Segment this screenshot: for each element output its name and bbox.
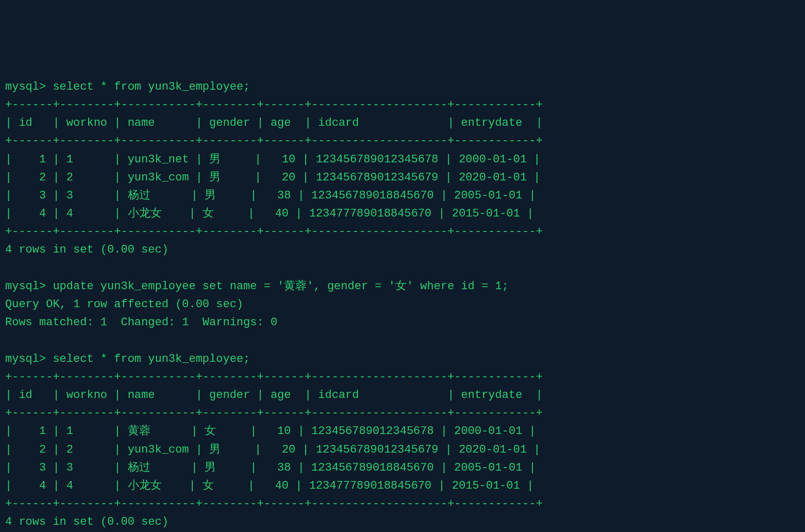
- sql-query-select1: select * from yun3k_employee;: [53, 80, 250, 93]
- table2-row-4: | 4 | 4 | 小龙女 | 女 | 40 | 123477789018845…: [5, 479, 533, 492]
- table2-row-3: | 3 | 3 | 杨过 | 男 | 38 | 1234567890188456…: [5, 461, 536, 474]
- table2-row-2: | 2 | 2 | yun3k_com | 男 | 20 | 123456789…: [5, 443, 541, 456]
- mysql-prompt: mysql>: [5, 353, 46, 365]
- table1-row-4: | 4 | 4 | 小龙女 | 女 | 40 | 123477789018845…: [5, 207, 533, 220]
- table1-row-2: | 2 | 2 | yun3k_com | 男 | 20 | 123456789…: [5, 171, 541, 184]
- table-border-top2: +------+--------+-----------+--------+--…: [5, 371, 543, 384]
- table-border-mid1: +------+--------+-----------+--------+--…: [5, 135, 543, 147]
- table-border-mid2: +------+--------+-----------+--------+--…: [5, 407, 543, 420]
- update-result-line2: Rows matched: 1 Changed: 1 Warnings: 0: [5, 316, 277, 329]
- sql-query-update: update yun3k_employee set name = '黄蓉', g…: [53, 280, 509, 293]
- table-border-top1: +------+--------+-----------+--------+--…: [5, 98, 543, 111]
- table1-row-3: | 3 | 3 | 杨过 | 男 | 38 | 1234567890188456…: [5, 189, 536, 202]
- rows-in-set-1: 4 rows in set (0.00 sec): [5, 243, 169, 256]
- table-header-row2: | id | workno | name | gender | age | id…: [5, 389, 543, 402]
- update-result-line1: Query OK, 1 row affected (0.00 sec): [5, 298, 243, 311]
- table-border-bottom2: +------+--------+-----------+--------+--…: [5, 497, 543, 510]
- table1-row-1: | 1 | 1 | yun3k_net | 男 | 10 | 123456789…: [5, 153, 541, 166]
- table-header-row1: | id | workno | name | gender | age | id…: [5, 117, 543, 129]
- table-border-bottom1: +------+--------+-----------+--------+--…: [5, 225, 543, 238]
- terminal-output: mysql> select * from yun3k_employee; +--…: [5, 78, 800, 531]
- sql-query-select2: select * from yun3k_employee;: [53, 353, 250, 365]
- mysql-prompt: mysql>: [5, 280, 46, 293]
- rows-in-set-2: 4 rows in set (0.00 sec): [5, 516, 169, 528]
- table2-row-1: | 1 | 1 | 黄蓉 | 女 | 10 | 1234567890123456…: [5, 425, 536, 438]
- mysql-prompt: mysql>: [5, 80, 46, 93]
